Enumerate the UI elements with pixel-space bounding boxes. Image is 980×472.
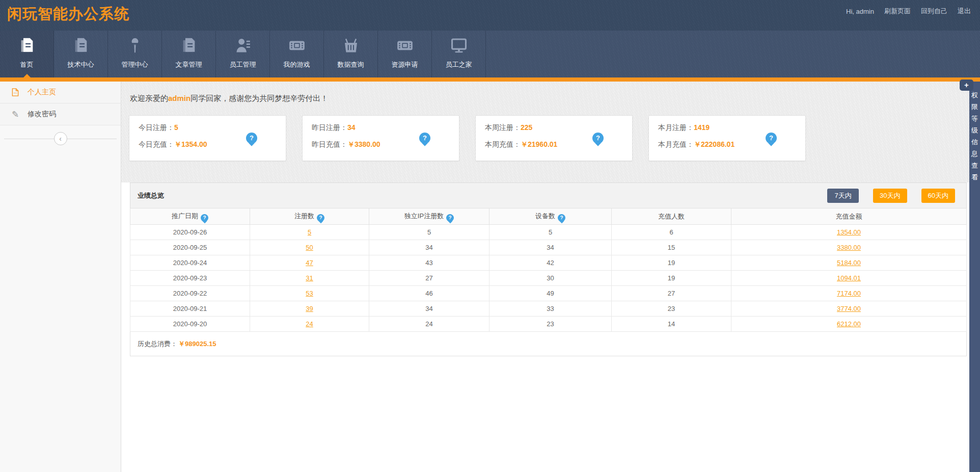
register-count-link[interactable]: 47 xyxy=(306,259,313,267)
welcome-message: 欢迎亲爱的admin同学回家，感谢您为共同梦想辛劳付出！ xyxy=(130,94,328,103)
pencil-icon: ✎ xyxy=(10,109,20,119)
nav-item-staff-mgmt[interactable]: 员工管理 xyxy=(216,31,270,77)
nav-item-staff-home[interactable]: 员工之家 xyxy=(432,31,486,77)
recharge-amount-link[interactable]: 3380.00 xyxy=(837,244,861,251)
table-header-row: 推广日期?注册数?独立IP注册数?设备数?充值人数充值金额 xyxy=(130,208,967,225)
panel-header: 业绩总览 7天内30天内60天内 xyxy=(130,182,967,208)
header-link-3[interactable]: 退出 xyxy=(958,7,971,16)
nav-item-my-games[interactable]: 我的游戏 xyxy=(270,31,324,77)
register-count-link[interactable]: 31 xyxy=(306,274,313,282)
table-cell: 33 xyxy=(489,301,612,317)
welcome-suffix: 同学回家，感谢您为共同梦想辛劳付出！ xyxy=(190,94,328,102)
register-count-link[interactable]: 24 xyxy=(306,320,313,328)
sidebar-collapse-button[interactable]: ‹ xyxy=(54,132,67,145)
stat-value: 225 xyxy=(521,123,532,132)
stat-card-line1: 今日注册：5 xyxy=(139,123,277,133)
file-icon xyxy=(10,87,20,97)
help-icon[interactable]: ? xyxy=(446,214,454,222)
table-cell: 19 xyxy=(612,255,731,271)
table-cell: 2020-09-22 xyxy=(130,286,250,301)
stat-card-1: 昨日注册：34昨日充值：￥3380.00? xyxy=(302,115,459,161)
register-count-link[interactable]: 5 xyxy=(308,228,311,236)
stat-value: ￥21960.01 xyxy=(521,140,557,148)
recharge-amount-link[interactable]: 5184.00 xyxy=(837,259,861,267)
table-cell: 1354.00 xyxy=(731,225,967,240)
table-row: 2020-09-24474342195184.00 xyxy=(130,255,967,271)
table-row: 2020-09-2655561354.00 xyxy=(130,225,967,240)
permission-level-strip[interactable]: 权限等级信息查看 xyxy=(969,82,980,472)
help-icon[interactable]: ? xyxy=(317,214,324,222)
table-cell: 31 xyxy=(250,271,369,286)
sidebar-item-change-password[interactable]: ✎修改密码 xyxy=(0,103,121,125)
nav-item-label: 数据查询 xyxy=(338,60,364,69)
recharge-amount-link[interactable]: 7174.00 xyxy=(837,290,861,297)
help-icon[interactable]: ? xyxy=(766,133,777,144)
stat-card-line1: 本周注册：225 xyxy=(485,123,623,133)
doc-icon xyxy=(180,37,198,54)
header-link-2[interactable]: 回到自己 xyxy=(921,7,947,16)
range-button-30天内[interactable]: 30天内 xyxy=(873,189,907,203)
help-icon[interactable]: ? xyxy=(558,214,565,222)
table-cell: 2020-09-23 xyxy=(130,271,250,286)
table-cell: 23 xyxy=(612,301,731,317)
monitor-icon xyxy=(450,37,468,54)
nav-item-home[interactable]: 首页 xyxy=(0,31,54,77)
recharge-amount-link[interactable]: 6212.00 xyxy=(837,320,861,328)
register-count-link[interactable]: 53 xyxy=(306,290,313,297)
main-content: 欢迎亲爱的admin同学回家，感谢您为共同梦想辛劳付出！ 今日注册：5今日充值：… xyxy=(121,82,969,472)
welcome-username: admin xyxy=(168,94,190,102)
stat-value: 1419 xyxy=(694,123,710,132)
register-count-link[interactable]: 50 xyxy=(306,244,313,251)
table-cell: 27 xyxy=(612,286,731,301)
help-icon[interactable]: ? xyxy=(201,214,208,222)
table-cell: 6 xyxy=(612,225,731,240)
nav-item-label: 资源申请 xyxy=(392,60,418,69)
recharge-amount-link[interactable]: 1094.01 xyxy=(837,274,861,282)
mic-icon xyxy=(126,37,144,54)
sidebar-item-personal-home[interactable]: 个人主页 xyxy=(0,82,121,103)
range-buttons: 7天内30天内60天内 xyxy=(827,189,955,203)
active-tab-pointer xyxy=(23,74,31,78)
performance-table: 推广日期?注册数?独立IP注册数?设备数?充值人数充值金额 2020-09-26… xyxy=(130,208,967,332)
help-icon[interactable]: ? xyxy=(592,133,604,144)
nav-item-admin-center[interactable]: 管理中心 xyxy=(108,31,162,77)
table-cell: 23 xyxy=(489,317,612,332)
column-header-3: 设备数? xyxy=(489,208,612,225)
help-icon[interactable]: ? xyxy=(246,133,257,144)
table-cell: 6212.00 xyxy=(731,317,967,332)
table-cell: 15 xyxy=(612,240,731,255)
nav-item-label: 员工之家 xyxy=(446,60,472,69)
app-title: 闲玩智能办公系统 xyxy=(7,4,129,24)
sidebar-item-label: 修改密码 xyxy=(28,110,56,119)
help-icon[interactable]: ? xyxy=(419,133,430,144)
table-cell: 5 xyxy=(369,225,489,240)
nav-item-data-query[interactable]: 数据查询 xyxy=(324,31,378,77)
stat-value: 5 xyxy=(174,123,178,132)
expand-tab[interactable]: + xyxy=(960,80,973,91)
range-button-60天内[interactable]: 60天内 xyxy=(921,189,955,203)
vertical-text-char: 级 xyxy=(971,127,978,134)
register-count-link[interactable]: 39 xyxy=(306,305,313,312)
stat-card-0: 今日注册：5今日充值：￥1354.00? xyxy=(129,115,286,161)
header-link-1[interactable]: 刷新页面 xyxy=(884,7,911,16)
header-link-0: Hi, admin xyxy=(846,8,874,15)
nav-item-resource-apply[interactable]: 资源申请 xyxy=(378,31,432,77)
stat-card-line1: 本月注册：1419 xyxy=(658,123,796,133)
vertical-text-char: 信 xyxy=(971,139,978,145)
stat-label: 今日充值： xyxy=(139,140,174,148)
table-cell: 34 xyxy=(489,240,612,255)
table-row: 2020-09-20242423146212.00 xyxy=(130,317,967,332)
nav-item-article-mgmt[interactable]: 文章管理 xyxy=(162,31,216,77)
recharge-amount-link[interactable]: 3774.00 xyxy=(837,305,861,312)
table-cell: 5184.00 xyxy=(731,255,967,271)
stat-value: ￥3380.00 xyxy=(347,140,380,148)
nav-item-label: 员工管理 xyxy=(230,60,256,69)
nav-item-label: 管理中心 xyxy=(122,60,148,69)
range-button-7天内[interactable]: 7天内 xyxy=(827,189,859,203)
nav-item-label: 我的游戏 xyxy=(284,60,310,69)
vertical-text-char: 息 xyxy=(971,150,978,157)
nav-item-tech-center[interactable]: 技术中心 xyxy=(54,31,108,77)
table-row: 2020-09-23312730191094.01 xyxy=(130,271,967,286)
recharge-amount-link[interactable]: 1354.00 xyxy=(837,228,861,236)
table-body: 2020-09-2655561354.002020-09-25503434153… xyxy=(130,225,967,332)
